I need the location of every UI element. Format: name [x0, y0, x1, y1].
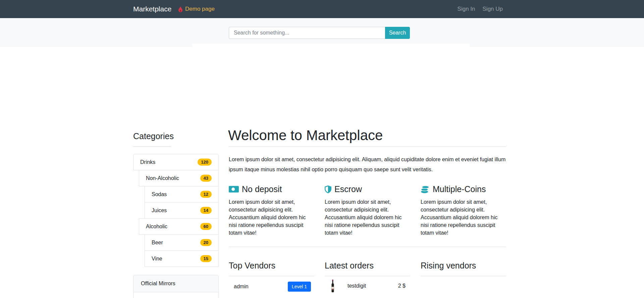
- top-vendors-divider: [229, 276, 314, 276]
- page-title: Welcome to Marketplace: [228, 127, 383, 143]
- content-container-top: [192, 44, 470, 47]
- search-input[interactable]: [229, 27, 385, 39]
- search-form: Search: [229, 27, 410, 39]
- feature-no-deposit: No deposit Lorem ipsum dolor sit amet, c…: [229, 184, 314, 237]
- demo-page-label: Demo page: [185, 6, 215, 12]
- intro-paragraph: Lorem ipsum dolor sit amet, consectetur …: [229, 155, 506, 175]
- rising-vendors-section: Rising vendors: [421, 261, 506, 292]
- category-label: Beer: [152, 240, 163, 246]
- money-bill-icon: [229, 186, 239, 193]
- category-label: Drinks: [140, 159, 155, 165]
- official-mirrors-header[interactable]: Official Mirrors: [133, 275, 219, 292]
- bottom-sections: Top Vendors admin Level 1 Latest orders: [229, 261, 506, 292]
- section-divider: [229, 247, 506, 247]
- category-item-juices[interactable]: Juices 14: [145, 202, 219, 219]
- count-badge: 12: [200, 191, 212, 198]
- flame-icon: [178, 6, 183, 12]
- feature-text: Lorem ipsum dolor sit amet, consectetur …: [325, 198, 410, 237]
- category-label: Non-Alcoholic: [146, 175, 179, 181]
- feature-text: Lorem ipsum dolor sit amet, consectetur …: [229, 198, 314, 237]
- category-label: Vine: [152, 256, 162, 262]
- count-badge: 60: [200, 223, 212, 230]
- shield-icon: [325, 185, 331, 193]
- sign-in-link[interactable]: Sign In: [458, 6, 475, 12]
- order-price: 2 $: [398, 283, 406, 289]
- feature-title: Escrow: [334, 184, 362, 194]
- navbar-auth-links: Sign In Sign Up: [458, 0, 503, 18]
- feature-text: Lorem ipsum dolor sit amet, consectetur …: [421, 198, 506, 237]
- category-item-non-alcoholic[interactable]: Non-Alcoholic 43: [139, 170, 219, 186]
- count-badge: 43: [200, 175, 212, 182]
- features-row: No deposit Lorem ipsum dolor sit amet, c…: [229, 184, 506, 237]
- feature-escrow: Escrow Lorem ipsum dolor sit amet, conse…: [325, 184, 410, 237]
- order-row: testdigit 2 $: [325, 279, 410, 292]
- category-item-vine[interactable]: Vine 15: [145, 250, 219, 267]
- top-vendors-section: Top Vendors admin Level 1: [229, 261, 314, 292]
- rising-vendors-title: Rising vendors: [421, 261, 506, 271]
- category-item-alcoholic[interactable]: Alcoholic 60: [139, 218, 219, 235]
- category-item-sodas[interactable]: Sodas 12: [145, 186, 219, 202]
- latest-orders-divider: [325, 276, 410, 276]
- top-navbar: Marketplace Demo page Sign In Sign Up: [0, 0, 644, 18]
- vendor-level-button[interactable]: Level 1: [288, 282, 311, 292]
- feature-title: Multiple-Coins: [433, 184, 486, 194]
- count-badge: 20: [200, 239, 212, 246]
- category-item-beer[interactable]: Beer 20: [145, 234, 219, 251]
- category-item-drinks[interactable]: Drinks 120: [133, 154, 219, 170]
- category-label: Alcoholic: [146, 224, 167, 230]
- category-label: Sodas: [152, 191, 167, 197]
- categories-title: Categories: [133, 131, 174, 141]
- vendor-name: admin: [234, 284, 249, 290]
- categories-divider: [133, 146, 171, 147]
- feature-multiple-coins: Multiple-Coins Lorem ipsum dolor sit ame…: [421, 184, 506, 237]
- marketplace-page: Marketplace Demo page Sign In Sign Up Se…: [0, 0, 644, 298]
- official-mirrors-card: Official Mirrors: [133, 275, 219, 298]
- order-vendor: testdigit: [347, 283, 366, 289]
- count-badge: 15: [200, 255, 212, 262]
- coins-icon: [421, 185, 430, 193]
- brand-link[interactable]: Marketplace: [133, 0, 171, 18]
- top-vendors-title: Top Vendors: [229, 261, 314, 271]
- vendor-row: admin Level 1: [229, 279, 314, 292]
- demo-page-link[interactable]: Demo page: [178, 0, 215, 18]
- count-badge: 14: [200, 207, 212, 214]
- category-list: Drinks 120 Non-Alcoholic 43 Sodas 12 Jui…: [133, 154, 219, 267]
- official-mirrors-row: [133, 292, 219, 298]
- category-label: Juices: [152, 207, 167, 214]
- wine-bottle-icon: [331, 280, 335, 292]
- search-button[interactable]: Search: [385, 27, 410, 39]
- title-divider: [229, 146, 506, 147]
- count-badge: 120: [198, 159, 212, 166]
- sign-up-link[interactable]: Sign Up: [483, 6, 503, 12]
- feature-title: No deposit: [242, 184, 282, 194]
- rising-vendors-divider: [421, 276, 506, 276]
- latest-orders-title: Latest orders: [325, 261, 410, 271]
- latest-orders-section: Latest orders testdigit 2 $: [325, 261, 410, 292]
